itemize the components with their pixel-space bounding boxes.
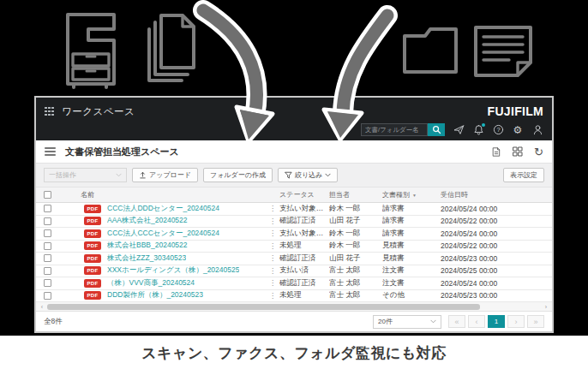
scroll-right-icon[interactable]: ›: [543, 303, 549, 311]
row-assignee: 山田 花子: [329, 253, 382, 264]
notifications-bell-icon[interactable]: [472, 124, 484, 136]
row-checkbox[interactable]: [44, 229, 51, 237]
row-menu-kebab-icon[interactable]: ⋮: [266, 292, 279, 300]
grid-view-icon[interactable]: [513, 146, 523, 157]
prev-page-button[interactable]: ‹: [468, 315, 485, 328]
toolbar: 一括操作 アップロード フォルダーの作成 絞り込み 表示設定: [36, 164, 552, 187]
row-menu-kebab-icon[interactable]: ⋮: [266, 254, 279, 262]
file-name-link[interactable]: （株）VVV商事_20240524: [107, 278, 195, 289]
row-status: 支払い済: [279, 265, 329, 276]
settings-gear-icon[interactable]: ⚙: [512, 124, 524, 136]
row-checkbox[interactable]: [44, 292, 51, 300]
table-row[interactable]: PDF CCC法人DDDセンター_20240524 ⋮ 支払い対象… 鈴木 一郎…: [36, 203, 552, 216]
row-assignee: 鈴木 一郎: [329, 241, 382, 251]
search-icon: [432, 125, 441, 134]
upload-button[interactable]: アップロード: [132, 168, 198, 182]
pdf-file-icon: PDF: [84, 254, 101, 263]
file-name-link[interactable]: XXXホールディングス（株）_20240525: [107, 265, 239, 276]
page-size-value: 20件: [378, 317, 393, 326]
column-header-doctype[interactable]: 文書種別 ▼: [382, 190, 441, 199]
help-icon[interactable]: ?: [492, 124, 504, 136]
space-title: 文書保管担当処理スペース: [65, 146, 179, 158]
table-row[interactable]: PDF 株式会社BBB_20240522 ⋮ 未処理 鈴木 一郎 見積書 202…: [36, 241, 552, 253]
filter-button[interactable]: 絞り込み: [278, 168, 338, 182]
row-assignee: 富士 太郎: [329, 265, 382, 276]
file-name-link[interactable]: AAA株式会社_20240522: [107, 216, 188, 226]
table-row[interactable]: PDF AAA株式会社_20240522 ⋮ 確認訂正済 山田 花子 請求書 2…: [36, 216, 552, 229]
search-input[interactable]: [361, 123, 428, 136]
page-size-select[interactable]: 20件: [373, 315, 441, 329]
row-received: 2024/05/24 00:00: [441, 205, 552, 213]
user-profile-icon[interactable]: [531, 124, 543, 136]
first-page-button[interactable]: «: [448, 315, 465, 328]
file-name-link[interactable]: 株式会社BBB_20240522: [107, 241, 188, 251]
row-status: 未処理: [279, 241, 329, 251]
row-received: 2024/05/23 00:00: [441, 291, 552, 300]
pdf-file-icon: PDF: [84, 217, 101, 225]
row-menu-kebab-icon[interactable]: ⋮: [266, 217, 279, 225]
row-checkbox[interactable]: [44, 279, 51, 287]
column-header-name[interactable]: 名前: [69, 190, 266, 199]
file-name-link[interactable]: 株式会社ZZZ_30340523: [107, 253, 186, 264]
table-body: PDF CCC法人DDDセンター_20240524 ⋮ 支払い対象… 鈴木 一郎…: [36, 203, 552, 302]
current-page-button[interactable]: 1: [488, 315, 505, 328]
select-all-checkbox[interactable]: [44, 191, 51, 199]
row-doctype: 注文書: [382, 265, 441, 276]
column-header-status[interactable]: ステータス: [279, 190, 329, 199]
row-checkbox[interactable]: [44, 254, 51, 262]
row-menu-kebab-icon[interactable]: ⋮: [266, 242, 279, 250]
scroll-left-icon[interactable]: ‹: [39, 303, 45, 311]
table-header: 名前 ステータス 担当者 文書種別 ▼ 受信日時: [36, 187, 552, 203]
refresh-icon[interactable]: ↻: [534, 146, 543, 158]
row-menu-kebab-icon[interactable]: ⋮: [266, 267, 279, 275]
row-received: 2024/05/24 00:00: [441, 229, 552, 238]
bulk-action-select[interactable]: 一括操作: [44, 168, 127, 182]
last-page-button[interactable]: »: [527, 315, 544, 328]
pdf-file-icon: PDF: [84, 229, 101, 238]
row-assignee: 鈴木 一郎: [329, 204, 382, 214]
row-doctype: 請求書: [382, 204, 441, 214]
row-checkbox[interactable]: [44, 205, 51, 212]
row-checkbox[interactable]: [44, 217, 51, 225]
row-checkbox[interactable]: [44, 242, 51, 250]
create-folder-button[interactable]: フォルダーの作成: [203, 168, 273, 182]
row-doctype: その他: [382, 290, 441, 301]
document-view-icon[interactable]: [491, 146, 501, 158]
search-bar: [361, 123, 445, 136]
column-header-assignee[interactable]: 担当者: [329, 190, 382, 199]
table-row[interactable]: PDF （株）VVV商事_20240524 ⋮ 確認訂正済 富士 太郎 注文書 …: [36, 277, 552, 290]
copier-icon: [62, 12, 120, 89]
table-row[interactable]: PDF DDD製作所（株）_20240523 ⋮ 未処理 富士 太郎 その他 2…: [36, 290, 552, 303]
display-settings-button[interactable]: 表示設定: [503, 168, 544, 182]
file-name-link[interactable]: DDD製作所（株）_20240523: [107, 290, 203, 301]
menu-hamburger-icon[interactable]: [45, 147, 56, 156]
row-assignee: 山田 花子: [329, 216, 382, 226]
next-page-button[interactable]: ›: [507, 315, 525, 328]
app-launcher-icon[interactable]: [45, 107, 54, 116]
row-received: 2024/05/22 00:00: [441, 217, 552, 225]
sort-desc-icon: ▼: [412, 193, 417, 198]
row-menu-kebab-icon[interactable]: ⋮: [266, 205, 279, 212]
row-checkbox[interactable]: [44, 267, 51, 275]
row-received: 2024/05/22 00:00: [441, 241, 552, 250]
file-name-link[interactable]: CCC法人DDDセンター_20240524: [107, 204, 219, 214]
file-name-link[interactable]: CCC法人CCCセンター_20240524: [107, 229, 219, 239]
table-row[interactable]: PDF 株式会社ZZZ_30340523 ⋮ 確認訂正済 山田 花子 見積書 2…: [36, 253, 552, 265]
table-row[interactable]: PDF CCC法人CCCセンター_20240524 ⋮ 支払い対象… 鈴木 一郎…: [36, 228, 552, 241]
create-folder-label: フォルダーの作成: [210, 170, 266, 180]
pagination: « ‹ 1 › »: [448, 315, 544, 328]
scrollbar-track[interactable]: [45, 304, 543, 310]
send-icon[interactable]: [453, 124, 465, 136]
row-menu-kebab-icon[interactable]: ⋮: [266, 229, 279, 237]
row-menu-kebab-icon[interactable]: ⋮: [266, 279, 279, 287]
horizontal-scrollbar[interactable]: ‹ ›: [36, 302, 552, 312]
search-button[interactable]: [428, 123, 445, 136]
column-header-received[interactable]: 受信日時: [441, 190, 552, 199]
folder-icon: [401, 26, 459, 75]
app-title: ワークスペース: [62, 105, 135, 118]
table-row[interactable]: PDF XXXホールディングス（株）_20240525 ⋮ 支払い済 富士 太郎…: [36, 265, 552, 278]
scrollbar-thumb[interactable]: [47, 304, 480, 310]
row-doctype: 見積書: [382, 253, 441, 264]
row-received: 2024/05/24 00:00: [441, 279, 552, 288]
fujifilm-logo: FUJIFILM: [488, 104, 543, 118]
